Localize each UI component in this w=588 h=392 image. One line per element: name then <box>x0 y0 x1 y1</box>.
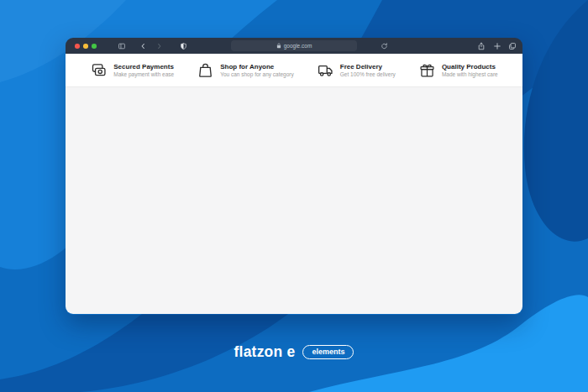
desktop-background: { "colors": { "bg_base": "#0d6cc1", "bg_… <box>0 0 588 392</box>
feature-free-delivery: Free Delivery Get 100% free delivery <box>317 61 396 79</box>
back-button[interactable] <box>139 42 147 50</box>
bag-icon <box>197 61 214 79</box>
feature-title: Quality Products <box>442 63 498 71</box>
tabs-icon <box>508 42 517 50</box>
minimize-button[interactable] <box>83 44 88 49</box>
address-bar[interactable]: google.com <box>231 40 357 51</box>
chevron-right-icon <box>155 42 163 50</box>
sidebar-toggle-button[interactable] <box>118 42 126 50</box>
feature-title: Free Delivery <box>340 63 396 71</box>
feature-subtitle: Make payment with ease <box>113 71 174 78</box>
brand-name: flatzon e <box>234 343 296 361</box>
feature-quality-products: Quality Products Made with highest care <box>418 61 498 79</box>
feature-subtitle: Made with highest care <box>442 71 498 78</box>
elements-badge: elements <box>302 345 354 359</box>
feature-secured-payments: Secured Payments Make payment with ease <box>90 61 174 79</box>
zoom-button[interactable] <box>92 44 97 49</box>
truck-icon <box>317 61 334 79</box>
feature-title: Secured Payments <box>113 63 174 71</box>
close-button[interactable] <box>75 44 80 49</box>
reload-button[interactable] <box>381 42 388 50</box>
feature-shop-for-anyone: Shop for Anyone You can shop for any cat… <box>197 61 294 79</box>
address-url: google.com <box>284 43 312 49</box>
features-bar: Secured Payments Make payment with ease … <box>66 54 522 87</box>
sidebar-icon <box>118 42 126 50</box>
cash-icon <box>90 61 108 79</box>
privacy-shield-button[interactable] <box>180 42 187 50</box>
traffic-lights <box>75 44 97 49</box>
browser-titlebar: google.com <box>66 38 522 54</box>
lock-icon <box>276 43 281 49</box>
share-button[interactable] <box>477 41 486 50</box>
feature-title: Shop for Anyone <box>220 63 294 71</box>
chevron-left-icon <box>139 42 147 50</box>
plus-icon <box>493 42 501 50</box>
page-content-area <box>66 87 522 314</box>
feature-subtitle: You can shop for any category <box>220 71 294 78</box>
new-tab-button[interactable] <box>493 42 501 50</box>
gift-icon <box>418 61 436 79</box>
shield-icon <box>180 42 187 50</box>
reload-icon <box>381 42 388 50</box>
tab-overview-button[interactable] <box>508 42 517 50</box>
browser-window: google.com <box>66 38 522 315</box>
feature-subtitle: Get 100% free delivery <box>340 71 396 78</box>
brand-lockup: flatzon e elements <box>0 341 588 363</box>
forward-button[interactable] <box>155 42 163 50</box>
share-icon <box>477 41 486 50</box>
